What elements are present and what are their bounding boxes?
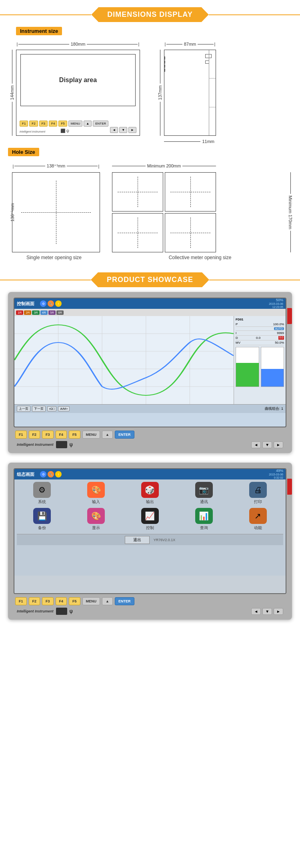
display-area-rect: Display area xyxy=(20,54,136,106)
hw2-btn-up[interactable]: ▲ xyxy=(102,597,113,605)
hw2-btn-f1[interactable]: F1 xyxy=(15,597,27,605)
nav-prev[interactable]: 上一页 xyxy=(17,406,30,412)
cfg-comms[interactable]: 📷 通讯 xyxy=(178,482,229,505)
dimensions-badge: DIMENSIONS DISPLAY xyxy=(91,7,208,22)
cfg-control[interactable]: 📈 控制 xyxy=(125,508,176,531)
cfg-version: YR76V2.0.1X xyxy=(154,538,176,542)
crosshair-vertical xyxy=(56,181,56,244)
cfg-backup-icon: 💾 xyxy=(33,508,51,524)
ch-6: 6R xyxy=(56,310,64,315)
cfg-input[interactable]: 🎨 输入 xyxy=(71,482,122,505)
ch-5: 5R xyxy=(48,310,56,315)
cfg-bottom-bar: 退出 YR76V2.0.1X xyxy=(17,534,283,545)
cfg-backup[interactable]: 💾 备份 xyxy=(17,508,68,531)
hw2-btn-f4[interactable]: F4 xyxy=(56,597,67,605)
cfg-icon-grid-row1: ⚙ 系统 🎨 输入 🎲 输出 xyxy=(17,482,283,505)
mv-bar: MV xyxy=(261,347,284,387)
ctrl-time: 12:23:05 xyxy=(269,306,283,309)
bottom-conn-3 xyxy=(176,135,180,136)
cfg-display[interactable]: 🎨 显示 xyxy=(71,508,122,531)
cfg-topbar: 组态画面 ⚙ 🔧 ! 49% 2015-03-06 0:32:02 xyxy=(14,469,286,479)
pid-p-label: P xyxy=(236,322,238,326)
hw-btn-f1[interactable]: F1 xyxy=(15,431,27,439)
cell4-v xyxy=(190,218,191,248)
channel-bar: 1R 2R 3R 4R 5R 6R xyxy=(14,309,286,316)
nav-am[interactable]: A/M> xyxy=(58,406,70,411)
cell2-v xyxy=(190,177,191,207)
instrument-size-label: Instrument size xyxy=(16,27,62,35)
cfg-exit-btn[interactable]: 退出 xyxy=(125,536,150,544)
pid-d-badge: 0.0 xyxy=(278,336,284,340)
cfg-output-label: 输出 xyxy=(146,499,154,505)
cfg-control-icon: 📈 xyxy=(141,508,159,524)
cfg-output-icon: 🎲 xyxy=(141,482,159,498)
collective-width-dim: Minimum 200mm xyxy=(112,163,216,168)
ctrl-date: 2015-03-06 xyxy=(269,302,283,306)
hw2-btn-enter[interactable]: ENTER xyxy=(115,597,134,605)
cfg-system-label: 系统 xyxy=(38,499,46,505)
side-pin-1 xyxy=(209,50,216,79)
config-screen: 组态画面 ⚙ 🔧 ! 49% 2015-03-06 0:32:02 xyxy=(14,469,286,593)
cfg-query[interactable]: 📊 查询 xyxy=(178,508,229,531)
hw-btn-menu[interactable]: MENU xyxy=(82,431,100,439)
section-product-showcase: PRODUCT SHOWCASE 控制画面 ⚙ 🔧 ! xyxy=(0,272,300,620)
control-screen: 控制画面 ⚙ 🔧 ! 50% 2015-03-06 12:23:05 xyxy=(14,298,286,427)
usb-symbol-2: ψ xyxy=(70,608,73,614)
ctrl-nav-bar: 上一页 下一页 rΩ□ A/M> 曲线组合: 1 xyxy=(14,404,286,413)
collective-cell-4 xyxy=(165,213,216,252)
front-button-row: F1 F2 F3 F4 F5 MENU ▲ ENTER xyxy=(20,121,108,127)
cfg-print[interactable]: 🖨 打印 xyxy=(232,482,283,505)
section-dimensions: DIMENSIONS DISPLAY Instrument size | 180… xyxy=(0,7,300,136)
nav-r[interactable]: rΩ□ xyxy=(47,406,56,411)
pid-mv-row: MV 50.0% xyxy=(236,340,284,345)
cfg-print-icon: 🖨 xyxy=(249,482,267,498)
cfg-power[interactable]: ↗ 动能 xyxy=(232,508,283,531)
cfg-print-label: 打印 xyxy=(254,499,262,505)
front-btn-up: ▲ xyxy=(84,121,92,127)
hw2-btn-f5[interactable]: F5 xyxy=(69,597,80,605)
arr-btn-left[interactable]: ◄ xyxy=(251,441,261,448)
section-hole-size: Hole Size | 138⁺¹mm | 138⁺¹mm xyxy=(0,148,300,260)
cfg-icon-2: 🔧 xyxy=(48,471,54,477)
front-btn-f5: F5 xyxy=(58,121,67,127)
pid-title: FD01 xyxy=(236,318,284,321)
cfg-title: 组态画面 xyxy=(17,471,34,477)
hw2-btn-menu[interactable]: MENU xyxy=(82,597,100,605)
usb-symbol: ψ xyxy=(70,442,73,447)
cfg-icon-3: ! xyxy=(55,471,62,477)
arr2-btn-right[interactable]: ► xyxy=(274,608,283,615)
cfg-backup-label: 备份 xyxy=(38,525,46,531)
front-outer-rect: Display area F1 F2 F3 F4 F5 MENU ▲ ENTER… xyxy=(16,50,140,136)
side-connectors xyxy=(164,56,165,72)
cfg-power-label: 动能 xyxy=(254,525,262,531)
cfg-output[interactable]: 🎲 输出 xyxy=(125,482,176,505)
bottom-conn-2 xyxy=(172,135,176,136)
cfg-date: 2015-03-06 xyxy=(269,473,283,476)
hw-btn-up[interactable]: ▲ xyxy=(102,431,113,439)
connector-3 xyxy=(164,64,165,68)
instrument-diagrams: | 180mm | 144mm Display area xyxy=(8,38,292,136)
pid-i-label: I xyxy=(236,331,236,335)
side-width-dimension: | 87mm | xyxy=(164,42,216,46)
hw-btn-enter[interactable]: ENTER xyxy=(115,431,134,439)
hw-btn-f2[interactable]: F2 xyxy=(29,431,40,439)
arr-btn-right[interactable]: ► xyxy=(274,441,283,448)
arr-btn-down[interactable]: ▼ xyxy=(262,441,272,448)
cfg-control-label: 控制 xyxy=(146,525,154,531)
ctrl-icon-3: ! xyxy=(55,300,62,307)
connector-4 xyxy=(164,68,165,72)
showcase-content: 控制画面 ⚙ 🔧 ! 50% 2015-03-06 12:23:05 xyxy=(0,292,300,620)
hw-btn-f4[interactable]: F4 xyxy=(56,431,67,439)
hw2-btn-f3[interactable]: F3 xyxy=(42,597,54,605)
device-2-screen: 组态画面 ⚙ 🔧 ! 49% 2015-03-06 0:32:02 xyxy=(14,468,286,594)
collective-cell-3 xyxy=(112,213,163,252)
hw-btn-f3[interactable]: F3 xyxy=(42,431,54,439)
cfg-system[interactable]: ⚙ 系统 xyxy=(17,482,68,505)
header-line-right xyxy=(209,14,300,15)
hw-btn-f5[interactable]: F5 xyxy=(69,431,80,439)
hw2-btn-f2[interactable]: F2 xyxy=(29,597,40,605)
pid-p-row: P 100.0% xyxy=(236,322,284,327)
arr2-btn-down[interactable]: ▼ xyxy=(262,608,272,615)
arr2-btn-left[interactable]: ◄ xyxy=(251,608,261,615)
nav-next[interactable]: 下一页 xyxy=(32,406,46,412)
